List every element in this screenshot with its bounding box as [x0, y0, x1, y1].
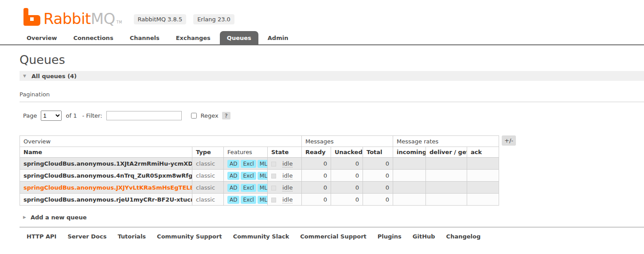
- feature-badge-message-limit: ML: [258, 160, 268, 168]
- column-header-state[interactable]: State: [268, 147, 302, 158]
- feature-badge-auto-delete: AD: [227, 160, 239, 168]
- ready-count-cell: 0: [302, 170, 331, 182]
- tab-exchanges[interactable]: Exchanges: [169, 31, 218, 44]
- deliver-get-rate-cell: [426, 170, 467, 182]
- footer-link-server-docs[interactable]: Server Docs: [67, 233, 106, 240]
- app-header: RabbitMQ TM RabbitMQ 3.8.5 Erlang 23.0: [0, 0, 644, 26]
- queue-type-cell: classic: [192, 170, 224, 182]
- column-header-type[interactable]: Type: [192, 147, 224, 158]
- footer-link-commercial-support[interactable]: Commercial Support: [300, 233, 367, 240]
- footer-link-community-slack[interactable]: Community Slack: [233, 233, 289, 240]
- feature-badge-message-limit: ML: [258, 196, 268, 204]
- queue-row: springCloudBus.anonymous.rjeU1myCRr-BF2U…: [20, 194, 499, 206]
- queue-name-link[interactable]: springCloudBus.anonymous.JXJYvLtKRaSmHsE…: [23, 184, 192, 191]
- filter-input[interactable]: [106, 111, 182, 120]
- state-label: idle: [282, 172, 293, 179]
- footer-link-github[interactable]: GitHub: [413, 233, 435, 240]
- footer-link-community-support[interactable]: Community Support: [157, 233, 222, 240]
- tab-overview[interactable]: Overview: [20, 31, 64, 44]
- total-count-cell: 0: [363, 182, 393, 194]
- column-header-features: Features: [224, 147, 268, 158]
- ready-count-cell: 0: [302, 182, 331, 194]
- queue-name-cell: springCloudBus.anonymous.JXJYvLtKRaSmHsE…: [20, 182, 192, 194]
- page-title: Queues: [20, 53, 644, 67]
- brand-secondary-text: MQ: [91, 10, 115, 28]
- footer-links: HTTP API Server Docs Tutorials Community…: [27, 233, 644, 240]
- column-toggle-button[interactable]: +/-: [502, 135, 516, 146]
- queue-state-cell: idle: [268, 182, 302, 194]
- feature-badge-message-limit: ML: [258, 172, 268, 180]
- main-nav-tabs: Overview Connections Channels Exchanges …: [0, 31, 644, 45]
- add-queue-label: Add a new queue: [31, 214, 87, 221]
- erlang-version-badge: Erlang 23.0: [193, 14, 234, 24]
- queue-row: springCloudBus.anonymous.JXJYvLtKRaSmHsE…: [20, 182, 499, 194]
- deliver-get-rate-cell: [426, 158, 467, 170]
- all-queues-section-toggle[interactable]: ▼ All queues (4): [20, 71, 644, 81]
- queue-name-link[interactable]: springCloudBus.anonymous.1XJtA2rmRmiHu-y…: [23, 160, 192, 167]
- pagination-section-label: Pagination: [20, 91, 644, 102]
- state-indicator-icon: [271, 162, 276, 167]
- footer-link-changelog[interactable]: Changelog: [446, 233, 481, 240]
- feature-badge-message-limit: ML: [258, 184, 268, 192]
- state-label: idle: [282, 196, 293, 203]
- all-queues-section-label: All queues (4): [31, 73, 77, 79]
- queue-name-link[interactable]: springCloudBus.anonymous.4nTrq_ZuR0Spxm8…: [23, 172, 192, 179]
- ack-rate-cell: [467, 170, 499, 182]
- footer-link-tutorials[interactable]: Tutorials: [117, 233, 146, 240]
- total-count-cell: 0: [363, 194, 393, 206]
- group-header-overview: Overview: [20, 136, 302, 147]
- queue-features-cell: ADExclML: [224, 158, 268, 170]
- table-column-header-row: Name Type Features State Ready Unacked T…: [20, 147, 499, 158]
- state-indicator-icon: [271, 198, 276, 202]
- deliver-get-rate-cell: [426, 182, 467, 194]
- unacked-count-cell: 0: [331, 194, 363, 206]
- column-header-ack[interactable]: ack: [467, 147, 499, 158]
- tab-connections[interactable]: Connections: [66, 31, 121, 44]
- ack-rate-cell: [467, 158, 499, 170]
- regex-help-button[interactable]: ?: [222, 112, 230, 119]
- column-header-unacked[interactable]: Unacked: [331, 147, 363, 158]
- queue-features-cell: ADExclML: [224, 194, 268, 206]
- queues-table: Overview Messages Message rates Name Typ…: [20, 135, 499, 206]
- state-indicator-icon: [271, 186, 276, 190]
- feature-badge-exclusive: Excl: [241, 184, 256, 192]
- footer-link-plugins[interactable]: Plugins: [378, 233, 402, 240]
- add-queue-section-toggle[interactable]: ▶ Add a new queue: [23, 214, 644, 221]
- collapse-triangle-icon: ▼: [23, 74, 26, 78]
- rabbitmq-version-badge: RabbitMQ 3.8.5: [134, 14, 187, 24]
- queue-name-cell: springCloudBus.anonymous.rjeU1myCRr-BF2U…: [20, 194, 192, 206]
- rabbit-logo-icon: [23, 8, 41, 26]
- page-select[interactable]: 1: [41, 111, 62, 121]
- expand-triangle-icon: ▶: [23, 215, 26, 219]
- state-label: idle: [282, 160, 293, 167]
- filter-label: - Filter:: [82, 112, 102, 119]
- queue-name-link[interactable]: springCloudBus.anonymous.rjeU1myCRr-BF2U…: [23, 196, 192, 203]
- brand-primary-text: Rabbit: [43, 10, 91, 28]
- incoming-rate-cell: [393, 170, 426, 182]
- feature-badge-exclusive: Excl: [241, 160, 256, 168]
- ready-count-cell: 0: [302, 194, 331, 206]
- tab-queues[interactable]: Queues: [220, 31, 258, 44]
- tab-channels[interactable]: Channels: [123, 31, 167, 44]
- column-header-incoming[interactable]: incoming: [393, 147, 426, 158]
- column-header-total[interactable]: Total: [363, 147, 393, 158]
- deliver-get-rate-cell: [426, 194, 467, 206]
- footer: HTTP API Server Docs Tutorials Community…: [20, 227, 644, 240]
- feature-badge-auto-delete: AD: [227, 196, 239, 204]
- ack-rate-cell: [467, 182, 499, 194]
- total-count-cell: 0: [363, 158, 393, 170]
- regex-checkbox[interactable]: [191, 113, 197, 119]
- column-header-deliver-get[interactable]: deliver / get: [426, 147, 467, 158]
- trademark-label: TM: [117, 20, 122, 24]
- incoming-rate-cell: [393, 158, 426, 170]
- rabbitmq-logo[interactable]: RabbitMQ TM: [23, 8, 122, 26]
- queue-name-cell: springCloudBus.anonymous.1XJtA2rmRmiHu-y…: [20, 158, 192, 170]
- footer-link-http-api[interactable]: HTTP API: [27, 233, 56, 240]
- tab-admin[interactable]: Admin: [261, 31, 296, 44]
- queue-row: springCloudBus.anonymous.1XJtA2rmRmiHu-y…: [20, 158, 499, 170]
- queue-row: springCloudBus.anonymous.4nTrq_ZuR0Spxm8…: [20, 170, 499, 182]
- feature-badge-exclusive: Excl: [241, 172, 256, 180]
- feature-badge-auto-delete: AD: [227, 184, 239, 192]
- column-header-name[interactable]: Name: [20, 147, 192, 158]
- column-header-ready[interactable]: Ready: [302, 147, 331, 158]
